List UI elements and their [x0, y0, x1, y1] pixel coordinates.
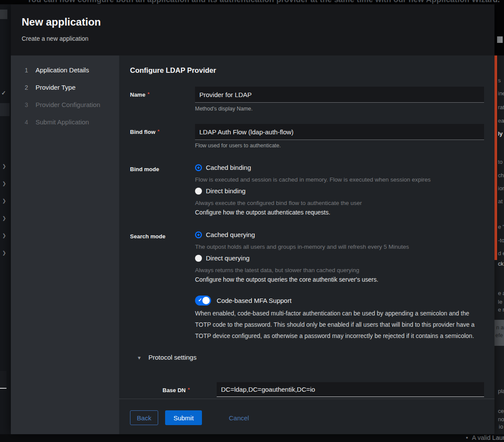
- bind-flow-help: Flow used for users to authenticate.: [195, 143, 281, 149]
- background-text-fragment: at: [498, 198, 503, 205]
- background-text-fragment: ck: [498, 260, 504, 267]
- name-help: Method's display Name.: [195, 106, 253, 112]
- step-label: Provider Configuration: [36, 101, 100, 108]
- search-mode-option-direct[interactable]: Direct querying: [195, 254, 250, 262]
- brand-orange-bar: [494, 55, 497, 260]
- chevron-right-icon: ❯: [2, 198, 6, 204]
- submit-button[interactable]: Submit: [165, 410, 202, 425]
- background-text-fragment: s: [498, 77, 501, 84]
- step-label: Submit Application: [36, 118, 89, 126]
- name-label: Name*: [130, 91, 150, 98]
- background-text-fragment: to: [498, 159, 503, 165]
- mfa-support-desc: When enabled, code-based multi-factor au…: [195, 308, 486, 341]
- background-left-strip: ✓ ❯ ❯ ❯ ❯ ❯ ❯: [0, 4, 11, 434]
- form-heading: Configure LDAP Provider: [130, 66, 216, 75]
- bind-flow-select[interactable]: [195, 124, 484, 140]
- toggle-check-icon: ✓: [198, 297, 202, 303]
- background-tile: [0, 10, 7, 19]
- mfa-support-label[interactable]: Code-based MFA Support: [217, 297, 292, 304]
- background-text-fragment: ch: [498, 172, 504, 179]
- footer-divider: [119, 399, 494, 399]
- step-number: 3: [25, 96, 36, 114]
- background-button-stub: [497, 36, 503, 43]
- search-mode-label: Search mode: [130, 233, 166, 240]
- modal-title: New application: [22, 16, 101, 28]
- step-provider-type[interactable]: 2Provider Type: [11, 79, 119, 96]
- background-text-fragment: ly a: [498, 130, 504, 137]
- step-number: 4: [25, 114, 36, 131]
- chevron-right-icon: ❯: [2, 233, 6, 238]
- bind-mode-summary: Configure how the outpost authenticates …: [195, 209, 330, 216]
- bind-mode-direct-desc: Always execute the configured bind flow …: [195, 200, 362, 206]
- background-text-fragment: e n: [498, 306, 504, 313]
- step-number: 1: [25, 62, 36, 79]
- background-input-underline: [0, 388, 7, 389]
- wizard-steps-nav: 1Application Details 2Provider Type 3Pro…: [11, 55, 119, 434]
- background-text-fragment: le: [498, 299, 502, 305]
- bind-mode-cached-desc: Flow is executed and session is cached i…: [195, 176, 431, 183]
- page-background: You can now configure both an applicatio…: [0, 0, 504, 442]
- chevron-down-icon[interactable]: ▾: [138, 354, 141, 361]
- background-text-fragment: -to: [498, 237, 504, 244]
- background-text-fragment: no: [498, 416, 504, 422]
- step-number: 2: [25, 79, 36, 96]
- modal-header: New application Create a new application: [11, 4, 494, 55]
- step-application-details[interactable]: 1Application Details: [11, 62, 119, 79]
- radio-label[interactable]: Cached binding: [206, 164, 251, 171]
- step-label: Application Details: [36, 66, 89, 74]
- radio-checked-icon[interactable]: [195, 231, 202, 238]
- radio-label[interactable]: Direct querying: [206, 254, 250, 262]
- search-mode-cached-desc: The outpost holds all users and groups i…: [195, 244, 409, 250]
- radio-checked-icon[interactable]: [195, 164, 202, 171]
- background-text-fragment: ion: [498, 185, 504, 192]
- protocol-settings-group[interactable]: ▾Protocol settings: [138, 354, 196, 361]
- bind-flow-label: Bind flow*: [130, 129, 159, 135]
- chevron-right-icon: ❯: [2, 215, 6, 221]
- background-text-fragment: ine: [498, 90, 504, 97]
- chevron-right-icon: ❯: [2, 163, 6, 169]
- modal-subtitle: Create a new application: [22, 35, 88, 42]
- required-asterisk: *: [147, 91, 149, 97]
- background-note-text: A valid Launch URL: [472, 434, 504, 441]
- provider-config-form: Configure LDAP Provider Name* Method's d…: [119, 55, 494, 434]
- background-bullet-note: •A valid Launch URL: [466, 434, 504, 441]
- background-text-fragment: e "o: [498, 224, 504, 230]
- background-bottom-strip: [0, 434, 504, 442]
- cancel-button[interactable]: Cancel: [229, 410, 249, 425]
- background-text-fragment: n a: [496, 325, 504, 331]
- background-banner-text: You can now configure both an applicatio…: [27, 0, 500, 4]
- new-application-modal: New application Create a new application…: [11, 4, 494, 434]
- toggle-knob[interactable]: [202, 297, 210, 304]
- base-dn-input[interactable]: [217, 382, 484, 397]
- chevron-right-icon: ❯: [2, 181, 6, 186]
- step-provider-configuration: 3Provider Configuration: [11, 96, 119, 114]
- group-label[interactable]: Protocol settings: [149, 354, 197, 361]
- background-text-fragment: rat: [498, 104, 504, 110]
- radio-label[interactable]: Direct binding: [206, 187, 246, 195]
- background-input-stub: [0, 371, 7, 388]
- background-text-fragment: io: [499, 423, 503, 430]
- background-text-fragment: d e: [498, 250, 504, 257]
- name-input[interactable]: [195, 87, 484, 103]
- bind-mode-option-direct[interactable]: Direct binding: [195, 187, 246, 195]
- background-text-fragment: e a: [498, 290, 504, 296]
- step-label: Provider Type: [36, 84, 75, 91]
- bind-mode-option-cached[interactable]: Cached binding: [195, 164, 251, 172]
- modal-body: 1Application Details 2Provider Type 3Pro…: [11, 55, 494, 434]
- search-mode-option-cached[interactable]: Cached querying: [195, 231, 255, 239]
- search-mode-direct-desc: Always returns the latest data, but slow…: [195, 267, 359, 273]
- background-selected-row: [0, 103, 10, 116]
- check-icon: ✓: [1, 90, 6, 96]
- bullet-icon: •: [466, 434, 468, 441]
- mfa-support-toggle[interactable]: ✓: [195, 296, 211, 306]
- background-text-fragment: efe: [495, 332, 503, 338]
- background-text-fragment: pla: [498, 388, 504, 394]
- base-dn-label: Base DN*: [163, 387, 190, 393]
- radio-unchecked-icon[interactable]: [195, 188, 202, 195]
- background-text-fragment: ces: [498, 408, 504, 414]
- background-text-fragment: ea: [498, 117, 504, 124]
- required-asterisk: *: [158, 129, 159, 134]
- back-button[interactable]: Back: [130, 410, 158, 425]
- radio-label[interactable]: Cached querying: [206, 231, 255, 238]
- radio-unchecked-icon[interactable]: [195, 255, 202, 262]
